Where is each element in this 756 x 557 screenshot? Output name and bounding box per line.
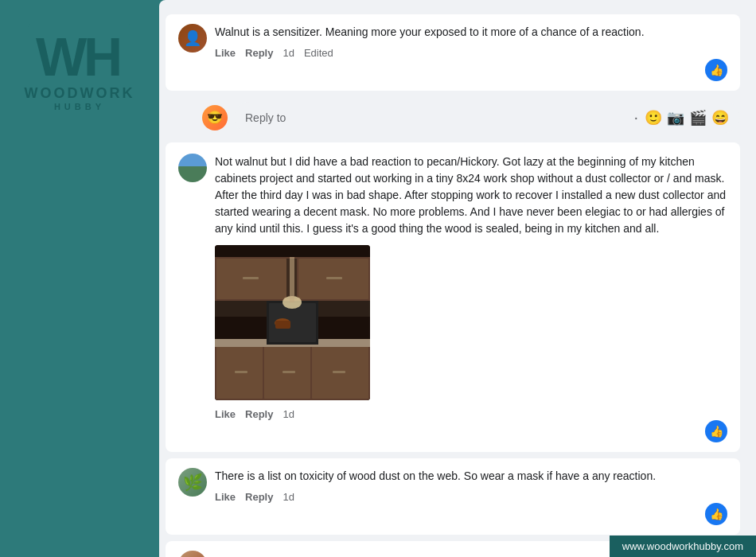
svg-rect-18 — [333, 371, 345, 373]
avatar-pecan — [178, 154, 207, 182]
content-area[interactable]: 👤 Walnut is a sensitizer. Meaning more y… — [159, 0, 756, 557]
page-footer: www.woodworkhubby.com — [610, 536, 756, 557]
reply-input-row: 😎 Reply to · 🙂 📷 🎬 😄 — [166, 97, 740, 138]
sidebar: W H WOODWORK HUBBY — [0, 0, 159, 557]
svg-text:H: H — [84, 26, 123, 87]
toxicity-comment-actions: Like Reply 1d — [215, 491, 727, 503]
toxicity-timestamp: 1d — [283, 491, 294, 503]
emoji-icon[interactable]: 🙂 — [645, 109, 662, 127]
thumbs-up-icon-3: 👍 — [710, 508, 723, 520]
walnut-like-button[interactable]: Like — [215, 47, 236, 59]
svg-rect-22 — [290, 257, 294, 302]
toxicity-reply-button[interactable]: Reply — [245, 491, 273, 503]
kitchen-photo-bg — [215, 245, 370, 400]
toxicity-like-button[interactable]: Like — [215, 491, 236, 503]
thumbs-up-icon: 👍 — [710, 64, 723, 76]
reply-user-avatar: 😎 — [202, 105, 228, 130]
svg-rect-9 — [326, 277, 342, 279]
walnut-comment: 👤 Walnut is a sensitizer. Meaning more y… — [166, 14, 740, 91]
pecan-like-icon-btn[interactable]: 👍 — [705, 420, 727, 442]
walnut-edited: Edited — [304, 47, 333, 59]
kitchen-photo — [215, 245, 370, 400]
main-container: W H WOODWORK HUBBY 👤 Walnut is a sensiti… — [0, 0, 756, 557]
avatar-bottom: 👤 — [178, 551, 207, 557]
comments-wrapper: 👤 Walnut is a sensitizer. Meaning more y… — [159, 8, 748, 557]
walnut-timestamp: 1d — [283, 47, 294, 59]
walnut-like-icon-btn[interactable]: 👍 — [705, 59, 727, 81]
reply-input-icons: · 🙂 📷 🎬 😄 — [633, 108, 729, 127]
walnut-comment-actions: Like Reply 1d Edited — [215, 47, 727, 59]
svg-rect-24 — [275, 321, 290, 329]
video-icon[interactable]: 🎬 — [689, 109, 707, 127]
thumbs-up-icon-2: 👍 — [710, 425, 723, 438]
logo-svg: W H — [28, 24, 131, 92]
pecan-comment-actions: Like Reply 1d — [215, 408, 727, 420]
logo-container: W H WOODWORK HUBBY — [17, 16, 143, 119]
toxicity-comment: 🌿 There is a list on toxicity of wood du… — [166, 458, 740, 535]
walnut-reply-button[interactable]: Reply — [245, 47, 273, 59]
camera-icon[interactable]: 📷 — [667, 109, 684, 127]
walnut-comment-text: Walnut is a sensitizer. Meaning more you… — [215, 24, 727, 41]
dot-separator: · — [633, 108, 638, 127]
svg-text:W: W — [36, 26, 88, 87]
svg-rect-8 — [243, 277, 259, 279]
avatar-toxicity: 🌿 — [178, 468, 207, 497]
toxicity-comment-text: There is a list on toxicity of wood dust… — [215, 468, 727, 485]
svg-rect-16 — [235, 371, 247, 373]
svg-rect-17 — [283, 371, 295, 373]
pecan-timestamp: 1d — [283, 408, 294, 420]
pecan-comment: Not walnut but I did have a bad reaction… — [166, 142, 740, 452]
logo-sub: HUBBY — [54, 102, 105, 111]
toxicity-like-icon-btn[interactable]: 👍 — [705, 503, 727, 525]
kitchen-svg — [215, 245, 370, 400]
pecan-comment-text: Not walnut but I did have a bad reaction… — [215, 154, 727, 237]
reply-input-box[interactable]: Reply to · 🙂 📷 🎬 😄 — [234, 102, 740, 133]
reply-to-label: Reply to — [245, 111, 286, 124]
pecan-reply-button[interactable]: Reply — [245, 408, 273, 420]
sticker-icon[interactable]: 😄 — [711, 109, 729, 127]
logo-brand: WOODWORK — [25, 85, 135, 102]
footer-url: www.woodworkhubby.com — [622, 540, 743, 552]
pecan-like-button[interactable]: Like — [215, 408, 236, 420]
avatar-walnut: 👤 — [178, 24, 207, 53]
